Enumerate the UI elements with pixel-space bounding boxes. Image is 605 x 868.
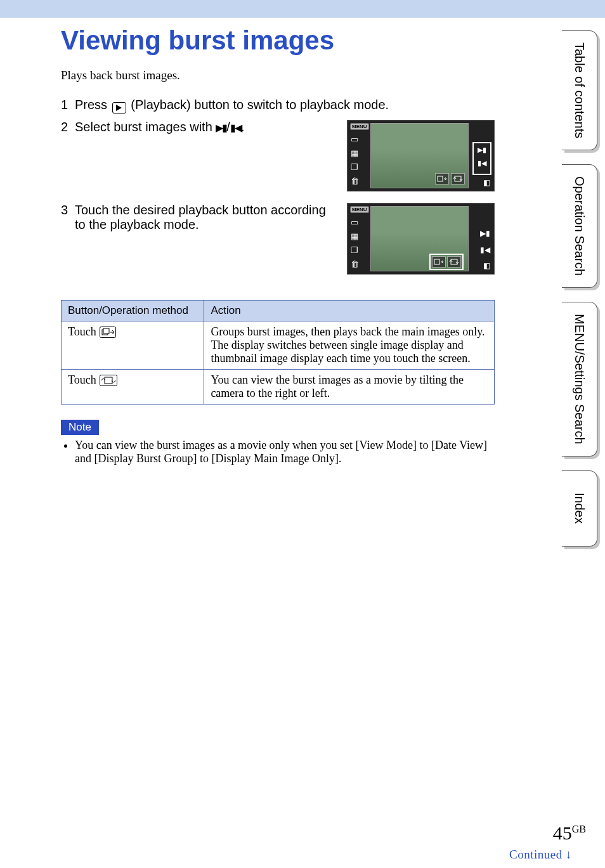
table-cell-button: Touch xyxy=(62,370,204,405)
next-icon: ▶▮ xyxy=(216,122,226,133)
camera-mode-icon: ◧ xyxy=(483,261,490,270)
step-number: 1 xyxy=(61,98,75,112)
camera-mode-icon: ◧ xyxy=(483,178,490,187)
continued-text: Continued xyxy=(509,848,563,861)
step-body: Press (Playback) button to switch to pla… xyxy=(75,98,495,113)
trash-icon: 🗑 xyxy=(351,176,359,186)
highlight-box: ▶▮ ▮◀ xyxy=(472,142,491,175)
down-arrow-icon: ↓ xyxy=(566,848,572,861)
step-number: 2 xyxy=(61,120,75,134)
tilt-play-button-icon xyxy=(447,256,461,268)
burst-group-button-icon xyxy=(435,173,449,185)
page-number-value: 45 xyxy=(553,822,572,843)
step-3: 3 Touch the desired playback button acco… xyxy=(61,203,495,275)
content-area: Viewing burst images Plays back burst im… xyxy=(0,18,533,465)
table-row: Touch You can view the burst images as a… xyxy=(62,370,495,405)
side-tabs: Table of contents Operation Search MENU/… xyxy=(562,30,597,547)
note-label: Note xyxy=(61,420,99,435)
step-2: 2 Select burst images with ▶▮/▮◀. MENU ▭… xyxy=(61,120,495,191)
step-number: 3 xyxy=(61,203,75,217)
cell-text: Touch xyxy=(68,373,99,386)
tab-operation-search[interactable]: Operation Search xyxy=(562,164,597,288)
tilt-play-button-icon xyxy=(451,173,465,185)
burst-group-icon xyxy=(100,327,116,341)
disp-icon: ▭ xyxy=(351,217,359,227)
thumb-left-icons: ▭ ▦ ❐ 🗑 xyxy=(351,134,359,186)
screenshot-thumbnail-2: MENU ▭ ▦ ❐ 🗑 ▶▮ ▮◀ xyxy=(347,203,495,275)
burst-group-button-icon xyxy=(432,256,446,268)
next-image-icon: ▶▮ xyxy=(474,143,490,157)
burst-icon: ❐ xyxy=(351,245,359,255)
step-text-a: Select burst images with xyxy=(75,120,216,134)
page-lang: GB xyxy=(572,824,586,834)
svg-rect-0 xyxy=(438,176,443,181)
tilt-play-icon xyxy=(100,375,117,389)
svg-rect-6 xyxy=(103,328,109,334)
step-body: Touch the desired playback button accord… xyxy=(75,203,495,275)
svg-rect-2 xyxy=(434,259,439,264)
steps-list: 1 Press (Playback) button to switch to p… xyxy=(61,98,495,275)
step-text-b: (Playback) button to switch to playback … xyxy=(131,98,389,112)
table-cell-action: You can view the burst images as a movie… xyxy=(204,370,495,405)
page-number: 45GB xyxy=(553,822,586,844)
page-title: Viewing burst images xyxy=(61,25,495,56)
tab-table-of-contents[interactable]: Table of contents xyxy=(562,30,597,150)
note-item: You can view the burst images as a movie… xyxy=(75,439,495,465)
svg-rect-7 xyxy=(100,375,117,386)
tab-index[interactable]: Index xyxy=(562,470,597,547)
menu-tag: MENU xyxy=(350,123,369,130)
step-text-a: Press xyxy=(75,98,111,112)
disp-icon: ▭ xyxy=(351,134,359,144)
tab-menu-settings-search[interactable]: MENU/Settings Search xyxy=(562,302,597,457)
operation-table: Button/Operation method Action Touch Gro… xyxy=(61,300,495,405)
step-1: 1 Press (Playback) button to switch to p… xyxy=(61,98,495,113)
thumb-left-icons: ▭ ▦ ❐ 🗑 xyxy=(351,217,359,269)
thumb-right-icons: ▶▮ ▮◀ xyxy=(480,229,490,254)
highlight-box xyxy=(429,254,464,270)
step-text-b: . xyxy=(241,120,245,134)
grid-icon: ▦ xyxy=(351,148,359,158)
menu-tag: MENU xyxy=(350,206,369,213)
overlay-button-group xyxy=(435,173,465,185)
note-list: You can view the burst images as a movie… xyxy=(61,439,495,465)
prev-icon: ▮◀ xyxy=(230,122,241,133)
table-header: Action xyxy=(204,301,495,321)
burst-icon: ❐ xyxy=(351,162,359,172)
next-image-icon: ▶▮ xyxy=(480,229,490,238)
cell-text: Touch xyxy=(68,325,99,338)
prev-image-icon: ▮◀ xyxy=(480,245,490,254)
table-cell-action: Groups burst images, then plays back the… xyxy=(204,321,495,370)
table-cell-button: Touch xyxy=(62,321,204,370)
screenshot-thumbnail-1: MENU ▭ ▦ ❐ 🗑 ▶▮ ▮◀ xyxy=(347,120,495,191)
prev-image-icon: ▮◀ xyxy=(474,157,490,170)
step-text-wrap: Select burst images with ▶▮/▮◀. xyxy=(75,120,332,134)
table-header: Button/Operation method xyxy=(62,301,204,321)
step-body: Select burst images with ▶▮/▮◀. MENU ▭ ▦… xyxy=(75,120,495,191)
table-row: Touch Groups burst images, then plays ba… xyxy=(62,321,495,370)
top-banner xyxy=(0,0,605,18)
trash-icon: 🗑 xyxy=(351,259,359,269)
continued-indicator: Continued ↓ xyxy=(509,848,572,862)
intro-paragraph: Plays back burst images. xyxy=(61,68,495,82)
playback-icon xyxy=(112,102,126,113)
grid-icon: ▦ xyxy=(351,231,359,241)
step-text-a: Touch the desired playback button accord… xyxy=(75,203,332,232)
